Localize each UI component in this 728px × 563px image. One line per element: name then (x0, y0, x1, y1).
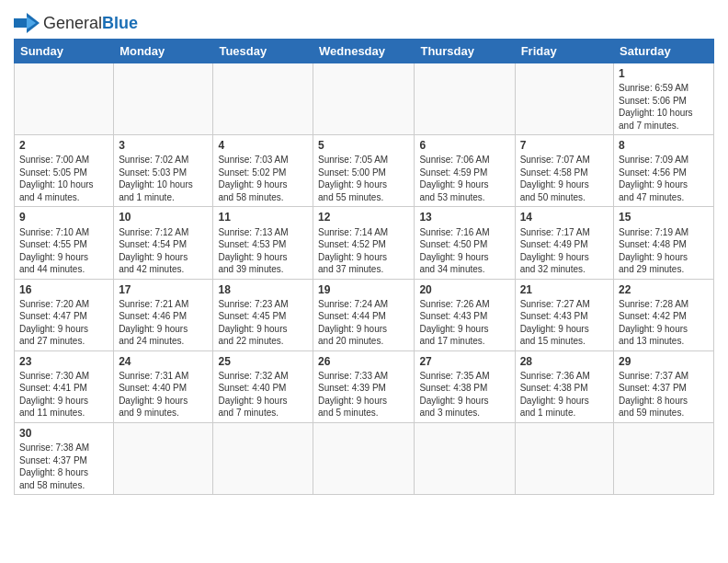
day-info: Sunrise: 7:07 AMSunset: 4:58 PMDaylight:… (520, 155, 590, 202)
day-info: Sunrise: 7:06 AMSunset: 4:59 PMDaylight:… (419, 155, 489, 202)
day-cell: 30Sunrise: 7:38 AMSunset: 4:37 PMDayligh… (15, 422, 114, 494)
weekday-header-thursday: Thursday (415, 40, 515, 63)
day-number: 19 (318, 282, 409, 297)
week-row-5: 23Sunrise: 7:30 AMSunset: 4:41 PMDayligh… (15, 350, 714, 422)
day-cell (313, 63, 415, 135)
weekday-header-sunday: Sunday (15, 40, 114, 63)
day-cell: 1Sunrise: 6:59 AMSunset: 5:06 PMDaylight… (614, 63, 714, 135)
day-number: 7 (520, 138, 609, 153)
day-cell: 19Sunrise: 7:24 AMSunset: 4:44 PMDayligh… (313, 279, 415, 350)
day-info: Sunrise: 7:28 AMSunset: 4:42 PMDaylight:… (619, 299, 688, 347)
day-cell (415, 422, 515, 494)
day-number: 28 (520, 354, 609, 369)
day-number: 13 (419, 210, 509, 224)
day-cell: 22Sunrise: 7:28 AMSunset: 4:42 PMDayligh… (614, 279, 714, 350)
day-info: Sunrise: 7:16 AMSunset: 4:50 PMDaylight:… (419, 227, 489, 275)
weekday-header-wednesday: Wednesday (313, 40, 415, 63)
day-cell: 2Sunrise: 7:00 AMSunset: 5:05 PMDaylight… (15, 135, 114, 207)
day-info: Sunrise: 7:10 AMSunset: 4:55 PMDaylight:… (19, 227, 89, 275)
day-info: Sunrise: 7:14 AMSunset: 4:52 PMDaylight:… (318, 227, 388, 275)
logo-icon (14, 13, 40, 33)
day-cell: 20Sunrise: 7:26 AMSunset: 4:43 PMDayligh… (415, 279, 515, 350)
day-cell (415, 63, 515, 135)
calendar-table: SundayMondayTuesdayWednesdayThursdayFrid… (14, 39, 714, 495)
day-cell: 5Sunrise: 7:05 AMSunset: 5:00 PMDaylight… (313, 135, 415, 207)
day-cell: 17Sunrise: 7:21 AMSunset: 4:46 PMDayligh… (114, 279, 213, 350)
day-info: Sunrise: 7:02 AMSunset: 5:03 PMDaylight:… (119, 155, 193, 202)
day-cell: 15Sunrise: 7:19 AMSunset: 4:48 PMDayligh… (614, 207, 714, 279)
week-row-3: 9Sunrise: 7:10 AMSunset: 4:55 PMDaylight… (15, 207, 714, 279)
day-number: 11 (218, 210, 308, 224)
day-cell: 8Sunrise: 7:09 AMSunset: 4:56 PMDaylight… (614, 135, 714, 207)
day-number: 10 (119, 210, 208, 224)
day-cell: 9Sunrise: 7:10 AMSunset: 4:55 PMDaylight… (15, 207, 114, 279)
day-info: Sunrise: 7:37 AMSunset: 4:37 PMDaylight:… (619, 371, 688, 419)
day-number: 23 (19, 354, 108, 369)
week-row-4: 16Sunrise: 7:20 AMSunset: 4:47 PMDayligh… (15, 279, 714, 350)
day-number: 3 (119, 138, 208, 153)
day-cell: 26Sunrise: 7:33 AMSunset: 4:39 PMDayligh… (313, 350, 415, 422)
day-cell: 16Sunrise: 7:20 AMSunset: 4:47 PMDayligh… (15, 279, 114, 350)
day-cell: 7Sunrise: 7:07 AMSunset: 4:58 PMDaylight… (515, 135, 613, 207)
day-number: 27 (419, 354, 509, 369)
day-info: Sunrise: 7:24 AMSunset: 4:44 PMDaylight:… (318, 299, 388, 347)
day-cell (515, 422, 613, 494)
day-info: Sunrise: 7:36 AMSunset: 4:38 PMDaylight:… (520, 371, 590, 419)
svg-rect-0 (14, 18, 27, 28)
day-info: Sunrise: 7:30 AMSunset: 4:41 PMDaylight:… (19, 371, 89, 419)
day-info: Sunrise: 7:20 AMSunset: 4:47 PMDaylight:… (19, 299, 89, 347)
day-info: Sunrise: 7:19 AMSunset: 4:48 PMDaylight:… (619, 227, 688, 275)
day-info: Sunrise: 7:26 AMSunset: 4:43 PMDaylight:… (419, 299, 489, 347)
day-number: 16 (19, 282, 108, 297)
day-info: Sunrise: 7:17 AMSunset: 4:49 PMDaylight:… (520, 227, 590, 275)
day-number: 30 (19, 426, 108, 441)
day-info: Sunrise: 7:12 AMSunset: 4:54 PMDaylight:… (119, 227, 188, 275)
day-info: Sunrise: 7:05 AMSunset: 5:00 PMDaylight:… (318, 155, 388, 202)
day-number: 29 (619, 354, 709, 369)
week-row-1: 1Sunrise: 6:59 AMSunset: 5:06 PMDaylight… (15, 63, 714, 135)
day-cell: 6Sunrise: 7:06 AMSunset: 4:59 PMDaylight… (415, 135, 515, 207)
day-cell: 25Sunrise: 7:32 AMSunset: 4:40 PMDayligh… (213, 350, 313, 422)
day-cell (114, 63, 213, 135)
day-cell: 24Sunrise: 7:31 AMSunset: 4:40 PMDayligh… (114, 350, 213, 422)
day-cell: 23Sunrise: 7:30 AMSunset: 4:41 PMDayligh… (15, 350, 114, 422)
weekday-header-monday: Monday (114, 40, 213, 63)
day-number: 20 (419, 282, 509, 297)
day-info: Sunrise: 7:00 AMSunset: 5:05 PMDaylight:… (19, 155, 94, 202)
day-cell: 18Sunrise: 7:23 AMSunset: 4:45 PMDayligh… (213, 279, 313, 350)
day-number: 25 (218, 354, 308, 369)
day-number: 2 (19, 138, 108, 153)
day-info: Sunrise: 7:35 AMSunset: 4:38 PMDaylight:… (419, 371, 489, 419)
day-info: Sunrise: 7:27 AMSunset: 4:43 PMDaylight:… (520, 299, 590, 347)
day-cell (614, 422, 714, 494)
day-cell: 10Sunrise: 7:12 AMSunset: 4:54 PMDayligh… (114, 207, 213, 279)
day-number: 9 (19, 210, 108, 224)
header: GeneralBlue (14, 9, 714, 33)
day-number: 26 (318, 354, 409, 369)
day-number: 15 (619, 210, 709, 224)
day-number: 6 (419, 138, 509, 153)
day-number: 12 (318, 210, 409, 224)
day-number: 5 (318, 138, 409, 153)
day-cell: 14Sunrise: 7:17 AMSunset: 4:49 PMDayligh… (515, 207, 613, 279)
day-number: 22 (619, 282, 709, 297)
day-info: Sunrise: 7:33 AMSunset: 4:39 PMDaylight:… (318, 371, 388, 419)
day-cell: 4Sunrise: 7:03 AMSunset: 5:02 PMDaylight… (213, 135, 313, 207)
day-number: 24 (119, 354, 208, 369)
day-cell: 13Sunrise: 7:16 AMSunset: 4:50 PMDayligh… (415, 207, 515, 279)
day-info: Sunrise: 7:32 AMSunset: 4:40 PMDaylight:… (218, 371, 288, 419)
day-number: 18 (218, 282, 308, 297)
week-row-6: 30Sunrise: 7:38 AMSunset: 4:37 PMDayligh… (15, 422, 714, 494)
page: GeneralBlue SundayMondayTuesdayWednesday… (0, 0, 728, 563)
day-cell: 12Sunrise: 7:14 AMSunset: 4:52 PMDayligh… (313, 207, 415, 279)
day-info: Sunrise: 7:23 AMSunset: 4:45 PMDaylight:… (218, 299, 288, 347)
day-info: Sunrise: 6:59 AMSunset: 5:06 PMDaylight:… (619, 83, 693, 131)
day-number: 4 (218, 138, 308, 153)
weekday-header-row: SundayMondayTuesdayWednesdayThursdayFrid… (15, 40, 714, 63)
day-number: 21 (520, 282, 609, 297)
weekday-header-friday: Friday (515, 40, 613, 63)
day-number: 8 (619, 138, 709, 153)
day-cell: 3Sunrise: 7:02 AMSunset: 5:03 PMDaylight… (114, 135, 213, 207)
day-cell: 28Sunrise: 7:36 AMSunset: 4:38 PMDayligh… (515, 350, 613, 422)
weekday-header-tuesday: Tuesday (213, 40, 313, 63)
